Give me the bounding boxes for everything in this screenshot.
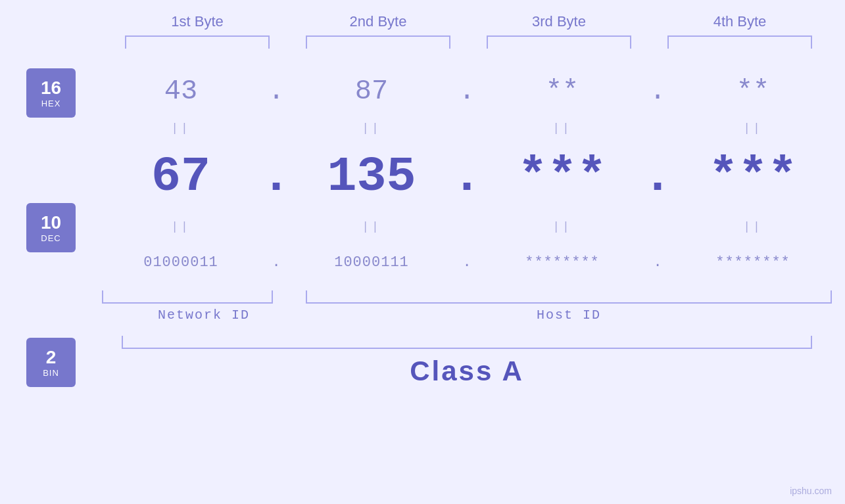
dec-dot2: . xyxy=(450,149,483,205)
dec-number: 10 xyxy=(41,212,61,233)
eq7: || xyxy=(483,219,641,234)
hex-dot3: . xyxy=(641,76,674,107)
bin-dot1: . xyxy=(260,254,293,271)
eq8: || xyxy=(674,219,832,234)
network-id-label: Network ID xyxy=(102,308,306,323)
eq1: || xyxy=(102,120,260,135)
byte2-label: 2nd Byte xyxy=(299,13,457,30)
bin-value-row: 01000011 . 10000111 . ******** . *******… xyxy=(102,239,832,285)
equals-row-1: || || || || xyxy=(102,114,832,141)
full-bottom-bracket xyxy=(122,336,812,349)
bin-b2: 10000111 xyxy=(293,239,450,285)
hex-badge: 16 HEX xyxy=(26,68,76,118)
dec-b2: 135 xyxy=(293,141,450,213)
values-grid: 43 . 87 . ** . ** || || || || 67 xyxy=(102,68,832,387)
dec-b1: 67 xyxy=(102,141,260,213)
host-bracket xyxy=(306,290,832,304)
byte1-label: 1st Byte xyxy=(118,13,276,30)
bracket1 xyxy=(125,35,270,49)
watermark: ipshu.com xyxy=(790,486,832,496)
eq2: || xyxy=(293,120,450,135)
hex-b3: ** xyxy=(483,68,641,114)
byte-headers: 1st Byte 2nd Byte 3rd Byte 4th Byte xyxy=(107,13,831,30)
hex-value-row: 43 . 87 . ** . ** xyxy=(102,68,832,114)
top-brackets xyxy=(107,35,831,49)
bracket4 xyxy=(667,35,812,49)
dec-label: DEC xyxy=(41,233,60,243)
dec-dot1: . xyxy=(260,149,293,205)
hex-dot1: . xyxy=(260,76,293,107)
network-bracket xyxy=(102,290,273,304)
bin-label: BIN xyxy=(43,368,59,378)
class-row: Class A xyxy=(102,336,832,387)
hex-b2: 87 xyxy=(293,68,450,114)
eq6: || xyxy=(293,219,450,234)
bracket2 xyxy=(306,35,450,49)
hex-number: 16 xyxy=(41,78,61,99)
hex-label: HEX xyxy=(41,99,61,108)
bin-b3: ******** xyxy=(483,239,641,285)
bin-number: 2 xyxy=(46,347,57,368)
eq4: || xyxy=(674,120,832,135)
eq3: || xyxy=(483,120,641,135)
bin-dot2: . xyxy=(450,254,483,271)
bin-b1: 01000011 xyxy=(102,239,260,285)
content-area: 16 HEX 10 DEC 2 BIN 43 . 87 . ** xyxy=(0,68,845,387)
bottom-bracket-row xyxy=(102,290,832,304)
class-label: Class A xyxy=(410,355,524,387)
host-id-label: Host ID xyxy=(306,308,832,323)
dec-badge: 10 DEC xyxy=(26,203,76,252)
dec-b3: *** xyxy=(483,141,641,213)
dec-dot3: . xyxy=(641,149,674,205)
bracket3 xyxy=(487,35,631,49)
dec-value-row: 67 . 135 . *** . *** xyxy=(102,141,832,213)
hex-b4: ** xyxy=(674,68,832,114)
dec-b4: *** xyxy=(674,141,832,213)
net-host-labels: Network ID Host ID xyxy=(102,308,832,323)
hex-dot2: . xyxy=(450,76,483,107)
bin-dot3: . xyxy=(641,254,674,271)
byte4-label: 4th Byte xyxy=(661,13,819,30)
equals-row-2: || || || || xyxy=(102,213,832,239)
bin-b4: ******** xyxy=(674,239,832,285)
eq5: || xyxy=(102,219,260,234)
hex-b1: 43 xyxy=(102,68,260,114)
byte3-label: 3rd Byte xyxy=(480,13,638,30)
badges-column: 16 HEX 10 DEC 2 BIN xyxy=(0,68,76,387)
bin-badge: 2 BIN xyxy=(26,338,76,387)
main-container: 1st Byte 2nd Byte 3rd Byte 4th Byte 16 H… xyxy=(0,0,845,504)
